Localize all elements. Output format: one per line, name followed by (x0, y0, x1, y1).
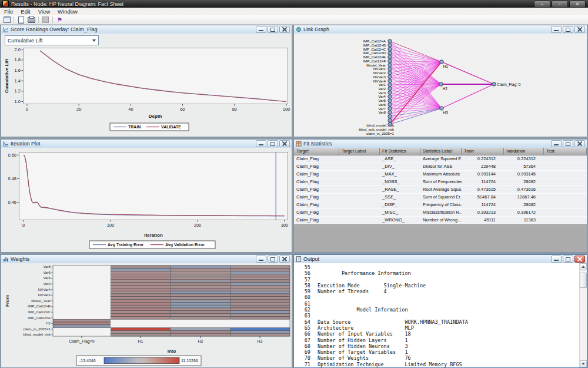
panel-maximize-button[interactable] (268, 256, 278, 263)
panel-maximize-button[interactable] (563, 256, 573, 263)
score-rankings-header[interactable]: Score Rankings Overlay: Claim_Flag (1, 25, 292, 34)
fit-cell: _DISF_ (380, 201, 420, 208)
fit-cell: 28682 (504, 178, 544, 185)
fit-table-row[interactable]: Claim_Flag_DIV_Divisor for ASE2294485736… (294, 163, 587, 171)
iteration-plot-header[interactable]: Iteration Plot (1, 140, 292, 148)
minimize-button[interactable]: – (534, 1, 550, 8)
fit-cell: _MAX_ (380, 171, 420, 178)
panel-close-button[interactable] (279, 26, 290, 33)
chart-type-dropdown[interactable]: Cumulative Lift (5, 35, 99, 45)
menu-view[interactable]: View (38, 8, 50, 15)
weight-cell (171, 311, 230, 314)
fit-table-row[interactable]: Claim_Flag_ASE_Average Squared E...0.224… (294, 155, 587, 163)
iteration-chart: 0.500.480.460100200300IterationAvg Train… (1, 148, 292, 252)
window-titlebar[interactable]: Results - Node: HP Neural Diagram: Fact … (0, 0, 588, 8)
panel-close-button[interactable] (574, 256, 585, 263)
column-header[interactable]: Statistics Label (420, 148, 462, 155)
panel-controls (256, 26, 290, 33)
print-button[interactable] (27, 16, 36, 24)
fit-statistics-panel: Fit Statistics TargetTarget LabelFit Sta… (293, 139, 587, 253)
help-button[interactable]: ⚑ (55, 16, 64, 24)
panel-minimize-button[interactable] (551, 140, 562, 147)
weight-cell (171, 297, 230, 300)
fit-table-row[interactable]: Claim_Flag_RASE_Root Average Squa...0.47… (294, 186, 587, 194)
panel-title: Weights (11, 256, 29, 262)
column-header[interactable]: Test (544, 148, 587, 155)
fit-cell: _RASE_ (380, 186, 420, 193)
score-rankings-panel: Score Rankings Overlay: Claim_Flag Cumul… (1, 25, 292, 137)
fit-cell (544, 178, 587, 185)
weight-cell (171, 302, 230, 305)
panel-minimize-button[interactable] (551, 256, 562, 263)
menu-window[interactable]: Window (58, 8, 78, 15)
weight-cell (111, 328, 171, 331)
panel-maximize-button[interactable] (268, 26, 278, 33)
output-line: 63 (296, 313, 579, 319)
copy-button[interactable] (41, 16, 50, 24)
new-window-button[interactable] (2, 16, 11, 24)
scrollbar-thumb[interactable] (580, 273, 587, 288)
panel-close-button[interactable] (574, 26, 585, 33)
weight-cell (231, 330, 290, 333)
menu-file[interactable]: File (4, 8, 13, 15)
panel-close-button[interactable] (279, 256, 290, 263)
edge (390, 108, 442, 124)
bar-chart-icon (3, 256, 9, 262)
input-node (388, 87, 392, 90)
panel-minimize-button[interactable] (256, 256, 266, 263)
maximize-button[interactable]: ▫ (552, 1, 568, 8)
link-graph-icon (296, 26, 302, 32)
input-node (388, 107, 392, 110)
weight-cell (111, 286, 171, 289)
fit-table-row[interactable]: Claim_Flag_NOBS_Sum of Frequencies114724… (294, 178, 587, 186)
scroll-up-button[interactable] (580, 263, 587, 270)
column-header[interactable]: Train (462, 148, 504, 155)
output-panel: Output 5556 Performance Information5758E… (293, 254, 587, 368)
output-header[interactable]: Output (294, 255, 587, 264)
column-header[interactable]: Target Label (339, 148, 380, 155)
panel-maximize-button[interactable] (268, 140, 278, 147)
fit-cell (544, 155, 587, 163)
edge (390, 49, 442, 62)
weight-cell (171, 266, 230, 268)
column-header[interactable]: Validation (504, 148, 544, 155)
input-node (388, 79, 392, 82)
fit-cell: 11363 (504, 217, 544, 224)
output-line: 60 (296, 294, 579, 300)
save-button[interactable] (16, 16, 25, 24)
weight-cell (111, 333, 171, 336)
fit-cell (339, 209, 380, 216)
line-number: 59 (296, 289, 310, 294)
hidden-node (440, 60, 443, 64)
x-tick-label: 60 (180, 107, 185, 112)
menu-edit[interactable]: Edit (21, 8, 30, 15)
panel-minimize-button[interactable] (256, 26, 266, 33)
panel-minimize-button[interactable] (551, 26, 562, 33)
panel-maximize-button[interactable] (563, 140, 573, 147)
panel-close-button[interactable] (279, 140, 290, 147)
fit-statistics-header[interactable]: Fit Statistics (294, 140, 587, 148)
vertical-scrollbar[interactable] (579, 263, 587, 367)
fit-table-row[interactable]: Claim_Flag_DISF_Frequency of Class...114… (294, 201, 587, 209)
scroll-down-button[interactable] (580, 360, 587, 367)
panel-close-button[interactable] (574, 140, 585, 147)
fit-table-row[interactable]: Claim_Flag_SSE_Sum of Squared Er...51467… (294, 194, 587, 201)
link-graph-header[interactable]: Link Graph (294, 25, 587, 34)
weight-cell (111, 274, 171, 277)
panel-minimize-button[interactable] (256, 140, 266, 147)
fit-table-row[interactable]: Claim_Flag_MAX_Maximum Absolute ...0.993… (294, 171, 587, 178)
fit-table-row[interactable]: Claim_Flag_WRONG_Number of Wrong ...4511… (294, 217, 587, 224)
fit-table-row[interactable]: Claim_Flag_MISC_Misclassification R...0.… (294, 209, 587, 217)
weight-cell (171, 300, 230, 303)
column-header[interactable]: Target (294, 148, 339, 155)
column-header[interactable]: Fit Statistics (380, 148, 420, 155)
fit-cell: Claim_Flag (294, 186, 339, 193)
panel-maximize-button[interactable] (563, 26, 573, 33)
input-node (388, 67, 392, 71)
from-label: NVVar2 (38, 293, 51, 297)
weights-header[interactable]: Weights (1, 255, 292, 264)
line-text: Number of Hidden Layers 1 (318, 337, 408, 343)
close-button[interactable]: ✕ (569, 1, 586, 8)
fit-cell: Claim_Flag (294, 178, 339, 185)
fit-cell (544, 186, 587, 193)
